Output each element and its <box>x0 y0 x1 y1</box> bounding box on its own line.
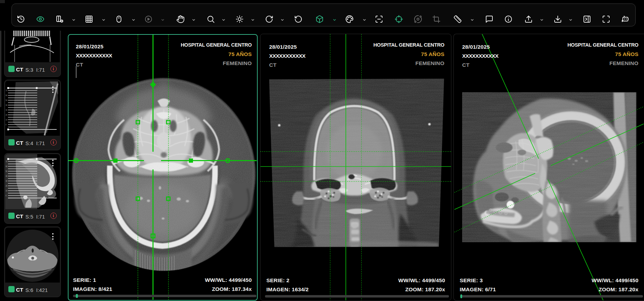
svg-text:30: 30 <box>6 180 8 182</box>
svg-text:70: 70 <box>6 161 8 163</box>
svg-text:10: 10 <box>6 190 8 192</box>
svg-text:50: 50 <box>6 171 8 172</box>
svg-text:50: 50 <box>6 100 8 101</box>
svg-text:20: 20 <box>6 114 8 116</box>
svg-text:0: 0 <box>6 124 7 126</box>
svg-text:30: 30 <box>6 109 8 111</box>
svg-text:20: 20 <box>6 185 8 187</box>
svg-text:10: 10 <box>6 119 8 121</box>
svg-text:60: 60 <box>6 95 8 96</box>
svg-text:70: 70 <box>6 90 8 92</box>
svg-text:60: 60 <box>6 166 8 167</box>
svg-text:40: 40 <box>6 175 8 177</box>
svg-text:40: 40 <box>6 104 8 106</box>
